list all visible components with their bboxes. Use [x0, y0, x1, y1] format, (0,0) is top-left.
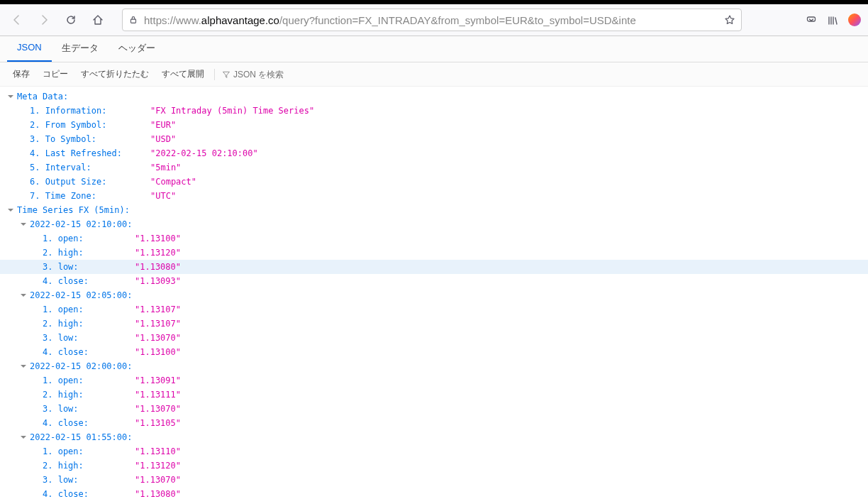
json-leaf[interactable]: 1. Information"FX Intraday (5min) Time S… [0, 104, 868, 118]
home-icon [92, 14, 104, 26]
json-leaf[interactable]: 2. high"1.13107" [0, 317, 868, 331]
json-leaf[interactable]: 3. To Symbol"USD" [0, 132, 868, 146]
json-key: 4. close [43, 489, 89, 499]
json-key: 2. high [43, 319, 84, 329]
svg-rect-0 [131, 20, 136, 23]
viewer-tabs: JSON 生データ ヘッダー [0, 36, 868, 62]
json-leaf[interactable]: 3. low"1.13070" [0, 331, 868, 345]
expand-all-button[interactable]: すべて展開 [156, 65, 210, 83]
json-leaf[interactable]: 2. high"1.13120" [0, 459, 868, 473]
expand-toggle[interactable] [20, 363, 27, 370]
json-key: Meta Data [17, 89, 68, 104]
back-button [7, 10, 27, 30]
json-leaf[interactable]: 1. open"1.13107" [0, 302, 868, 317]
json-key: 6. Output Size [30, 177, 106, 187]
right-icons [806, 13, 861, 26]
json-value: "UTC" [150, 189, 176, 203]
json-value: "1.13107" [135, 317, 181, 331]
json-key: 4. close [43, 347, 89, 357]
json-node[interactable]: Meta Data [0, 89, 868, 104]
json-leaf[interactable]: 5. Interval"5min" [0, 160, 868, 175]
json-value: "1.13110" [135, 444, 181, 459]
json-key: 1. Information [30, 106, 106, 116]
tab-raw-data[interactable]: 生データ [52, 36, 108, 62]
json-value: "1.13120" [135, 459, 181, 473]
json-key: 3. low [43, 333, 79, 343]
json-tree: Meta Data1. Information"FX Intraday (5mi… [0, 87, 868, 499]
json-value: "1.13093" [135, 274, 181, 288]
expand-toggle[interactable] [20, 292, 27, 299]
json-key: 2022-02-15 02:05:00 [30, 288, 133, 302]
json-leaf[interactable]: 2. From Symbol"EUR" [0, 118, 868, 132]
json-leaf[interactable]: 3. low"1.13070" [0, 402, 868, 416]
json-key: 1. open [43, 446, 84, 456]
json-value: "5min" [150, 160, 181, 175]
json-key: 3. low [43, 262, 79, 272]
json-leaf[interactable]: 6. Output Size"Compact" [0, 175, 868, 189]
expand-toggle[interactable] [20, 221, 27, 228]
filter-icon [222, 70, 230, 79]
json-value: "1.13080" [135, 260, 181, 274]
json-leaf[interactable]: 2. high"1.13120" [0, 246, 868, 260]
url-bar[interactable]: https://www.alphavantage.co/query?functi… [122, 9, 742, 31]
json-leaf[interactable]: 2. high"1.13111" [0, 388, 868, 402]
json-key: 2. high [43, 461, 84, 471]
json-value: "1.13111" [135, 388, 181, 402]
json-leaf[interactable]: 1. open"1.13110" [0, 444, 868, 459]
json-value: "1.13080" [135, 487, 181, 499]
json-key: 2022-02-15 01:55:00 [30, 430, 133, 444]
json-key: Time Series FX (5min) [17, 203, 130, 217]
json-node[interactable]: 2022-02-15 01:55:00 [0, 430, 868, 444]
separator [214, 69, 215, 80]
json-filter-input[interactable] [233, 70, 304, 79]
json-leaf[interactable]: 1. open"1.13091" [0, 373, 868, 388]
json-key: 5. Interval [30, 163, 91, 172]
json-key: 3. low [43, 404, 79, 414]
tab-headers[interactable]: ヘッダー [108, 36, 165, 62]
json-leaf[interactable]: 4. Last Refreshed"2022-02-15 02:10:00" [0, 146, 868, 160]
expand-toggle[interactable] [20, 434, 27, 441]
expand-toggle[interactable] [7, 207, 14, 214]
url-text: https://www.alphavantage.co/query?functi… [144, 14, 718, 26]
json-value: "Compact" [150, 175, 196, 189]
json-leaf[interactable]: 4. close"1.13105" [0, 416, 868, 430]
json-node[interactable]: 2022-02-15 02:05:00 [0, 288, 868, 302]
bookmark-star-icon[interactable] [724, 14, 735, 26]
home-button[interactable] [88, 10, 108, 30]
arrow-left-icon [11, 14, 23, 26]
json-toolbar: 保存 コピー すべて折りたたむ すべて展開 [0, 62, 868, 87]
json-node[interactable]: 2022-02-15 02:10:00 [0, 217, 868, 231]
json-leaf[interactable]: 4. close"1.13093" [0, 274, 868, 288]
json-value: "1.13070" [135, 473, 181, 487]
pocket-icon[interactable] [806, 13, 817, 26]
save-button[interactable]: 保存 [7, 65, 35, 83]
reload-button[interactable] [61, 10, 81, 30]
collapse-all-button[interactable]: すべて折りたたむ [75, 65, 155, 83]
firefox-icon[interactable] [848, 13, 861, 26]
library-icon[interactable] [827, 13, 838, 26]
json-value: "1.13070" [135, 402, 181, 416]
json-key: 3. To Symbol [30, 134, 96, 144]
json-leaf[interactable]: 7. Time Zone"UTC" [0, 189, 868, 203]
json-value: "2022-02-15 02:10:00" [150, 146, 258, 160]
json-value: "1.13100" [135, 231, 181, 246]
json-leaf[interactable]: 1. open"1.13100" [0, 231, 868, 246]
json-leaf[interactable]: 3. low"1.13070" [0, 473, 868, 487]
json-leaf[interactable]: 4. close"1.13080" [0, 487, 868, 499]
filter-box [219, 68, 307, 81]
tab-json[interactable]: JSON [7, 36, 52, 62]
expand-toggle[interactable] [7, 93, 14, 100]
json-value: "USD" [150, 132, 176, 146]
json-key: 2. high [43, 248, 84, 258]
json-leaf[interactable]: 4. close"1.13100" [0, 345, 868, 359]
browser-chrome: https://www.alphavantage.co/query?functi… [0, 0, 868, 36]
json-key: 1. open [43, 375, 84, 385]
json-key: 2. high [43, 390, 84, 400]
json-key: 2022-02-15 02:00:00 [30, 359, 133, 373]
json-value: "1.13105" [135, 416, 181, 430]
json-node[interactable]: Time Series FX (5min) [0, 203, 868, 217]
nav-bar: https://www.alphavantage.co/query?functi… [0, 4, 868, 35]
json-node[interactable]: 2022-02-15 02:00:00 [0, 359, 868, 373]
copy-button[interactable]: コピー [37, 65, 74, 83]
json-leaf[interactable]: 3. low"1.13080" [0, 260, 868, 274]
